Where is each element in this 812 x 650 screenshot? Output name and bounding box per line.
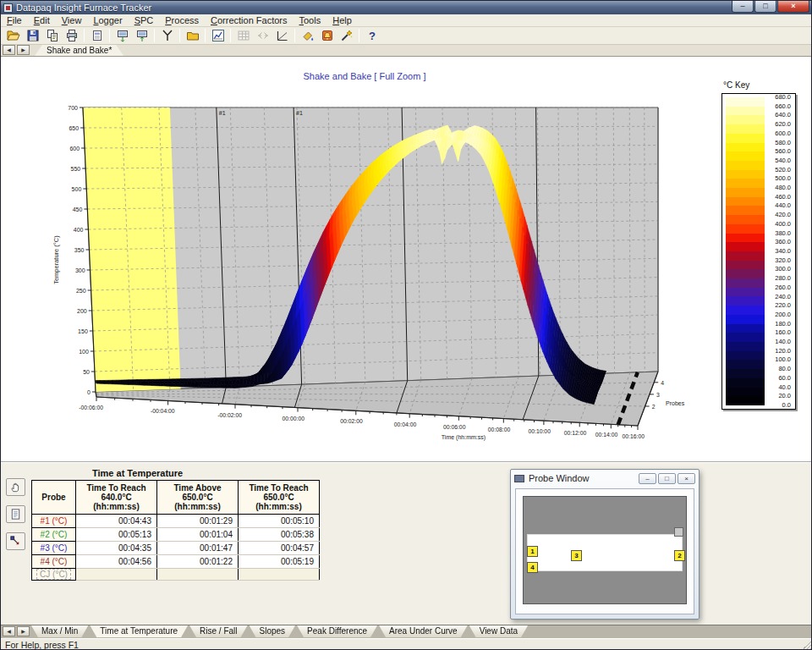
key-tick-label: 280.0 xyxy=(757,275,791,282)
import-data-button[interactable] xyxy=(42,28,62,44)
save-button[interactable] xyxy=(23,28,42,44)
analysis-tab-peak-difference[interactable]: Peak Difference xyxy=(297,625,377,637)
document-tab-active[interactable]: Shake and Bake* xyxy=(35,45,123,56)
probe-jump-icon xyxy=(9,535,22,548)
analysis-tab-slopes[interactable]: Slopes xyxy=(250,625,296,637)
alarm-button[interactable] xyxy=(317,28,337,44)
surface-quad xyxy=(156,379,161,382)
report-button[interactable] xyxy=(87,28,107,44)
zoom-graph-button[interactable] xyxy=(208,28,228,44)
pan-hand-button[interactable] xyxy=(6,478,25,496)
probe-row-label[interactable]: CJ (°C) xyxy=(32,569,76,581)
key-tick-label: 300.0 xyxy=(757,266,791,273)
key-tick-label: 680.0 xyxy=(757,94,791,101)
y-tick-label: 700 xyxy=(68,105,78,111)
save-icon xyxy=(26,29,40,42)
menu-item-view[interactable]: View xyxy=(56,14,88,27)
probe-window-maximize-button[interactable]: □ xyxy=(658,473,676,484)
time-at-temperature-table: ProbeTime To Reach 640.0°C (hh:mm:ss)Tim… xyxy=(31,480,320,581)
surface-quad xyxy=(165,379,169,382)
open-file-button[interactable] xyxy=(3,28,23,44)
maximize-button[interactable]: □ xyxy=(754,1,776,13)
key-tick-label: 400.0 xyxy=(757,221,791,228)
probe-row-label[interactable]: #2 (°C) xyxy=(32,528,76,542)
probe-window-titlebar[interactable]: Probe Window – □ × xyxy=(511,470,699,487)
logger-download-icon xyxy=(116,29,129,42)
probe-marker-4[interactable]: 4 xyxy=(527,562,538,573)
analysis-heading: Time at Temperature xyxy=(92,468,183,478)
minimize-button[interactable]: – xyxy=(732,1,754,13)
toolbar-separator xyxy=(230,29,231,42)
table-row: CJ (°C) xyxy=(32,569,320,581)
menu-item-spc[interactable]: SPC xyxy=(129,14,160,27)
close-button[interactable]: × xyxy=(777,1,809,13)
probe-marker-1[interactable]: 1 xyxy=(527,546,538,557)
table-cell-value: 00:04:56 xyxy=(76,555,157,569)
y-tick-label: 150 xyxy=(78,328,88,334)
print-button[interactable] xyxy=(62,28,81,44)
paint-zones-icon xyxy=(301,29,315,42)
probe-row-label[interactable]: #3 (°C) xyxy=(32,542,76,555)
help-button[interactable]: ? xyxy=(362,28,381,44)
paint-zones-button[interactable] xyxy=(298,28,317,44)
folder-button[interactable] xyxy=(183,28,202,44)
furnace-cross-section: 1432 xyxy=(523,496,687,604)
surface-quad xyxy=(156,382,161,384)
analysis-tab-view-data[interactable]: View Data xyxy=(469,625,528,637)
pan-hand-icon xyxy=(9,481,22,493)
toolbar-separator xyxy=(154,29,155,42)
probe-row-label[interactable]: #1 (°C) xyxy=(32,515,76,528)
probe-marker-2[interactable]: 2 xyxy=(674,550,685,561)
probe-filter-button[interactable] xyxy=(157,28,177,44)
3d-surface-chart[interactable]: 0501001502002503003504004505005506006507… xyxy=(1,57,716,462)
analysis-tab-time-at-temperature[interactable]: Time at Temperature xyxy=(90,625,188,637)
analysis-tab-area-under-curve[interactable]: Area Under Curve xyxy=(379,625,468,637)
alarm-icon xyxy=(321,29,334,42)
probe-tick-label: 2 xyxy=(652,404,656,410)
tab-scroll-right-button[interactable]: ▶ xyxy=(17,45,30,55)
x-tick-label: -00:06:00 xyxy=(79,405,103,410)
logger-upload-button[interactable] xyxy=(132,28,151,44)
x-tick-label: 00:02:00 xyxy=(340,418,363,424)
probe-window-close-button[interactable]: × xyxy=(678,473,695,484)
wizard-button[interactable] xyxy=(337,28,356,44)
analysis-tab-scroll-right[interactable]: ▶ xyxy=(17,626,30,636)
table-cell-value xyxy=(239,569,320,581)
surface-quad xyxy=(121,383,125,385)
probe-window-minimize-button[interactable]: – xyxy=(639,473,656,484)
probe-window-handle[interactable] xyxy=(674,527,683,537)
probe-row-label[interactable]: #4 (°C) xyxy=(32,555,76,569)
menu-item-logger[interactable]: Logger xyxy=(87,14,128,27)
wizard-icon xyxy=(340,29,354,42)
import-data-icon xyxy=(46,29,59,42)
menu-item-tools[interactable]: Tools xyxy=(294,14,327,27)
analysis-tab-scroll-left[interactable]: ◀ xyxy=(3,626,15,636)
notes-icon xyxy=(9,508,22,521)
probe-marker-3[interactable]: 3 xyxy=(571,550,582,561)
analysis-tab-max-min[interactable]: Max / Min xyxy=(31,625,88,637)
logger-upload-icon xyxy=(135,29,149,42)
menu-item-process[interactable]: Process xyxy=(159,14,205,27)
table-cell-value: 00:04:57 xyxy=(239,542,320,555)
key-tick-label: 380.0 xyxy=(757,230,791,237)
table-cell-value: 00:01:47 xyxy=(157,542,239,555)
analysis-tab-rise-fall[interactable]: Rise / Fall xyxy=(189,625,247,637)
toolbar-separator xyxy=(109,29,110,42)
key-tick-label: 660.0 xyxy=(757,103,791,110)
tab-scroll-left-button[interactable]: ◀ xyxy=(3,45,15,55)
logger-download-button[interactable] xyxy=(112,28,132,44)
menu-item-edit[interactable]: Edit xyxy=(28,14,56,27)
y-tick-label: 400 xyxy=(74,227,84,233)
surface-quad xyxy=(124,383,129,385)
notes-button[interactable] xyxy=(6,505,25,523)
overlay-graph-button[interactable] xyxy=(272,28,292,44)
menu-item-help[interactable]: Help xyxy=(326,14,358,27)
menu-item-correction-factors[interactable]: Correction Factors xyxy=(205,14,293,27)
status-bar: For Help, press F1 xyxy=(1,638,812,650)
y-axis-title: Temperature (°C) xyxy=(52,235,60,284)
surface-quad xyxy=(101,383,105,383)
menu-item-file[interactable]: File xyxy=(1,14,28,27)
probe-jump-button[interactable] xyxy=(6,532,25,550)
resize-grip[interactable] xyxy=(801,639,812,650)
y-tick-label: 450 xyxy=(73,207,83,212)
